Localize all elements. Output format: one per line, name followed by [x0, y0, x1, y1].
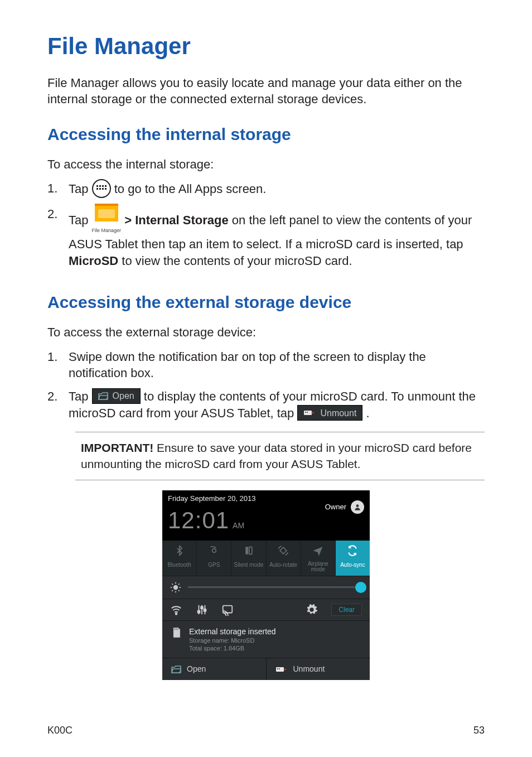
- toggle-label: GPS: [198, 561, 230, 569]
- footer-page-number: 53: [473, 724, 485, 737]
- step-body: Tap Open to display the contents of your…: [69, 388, 485, 422]
- internal-storage-bold: Internal Storage: [135, 213, 228, 227]
- svg-rect-2: [102, 185, 104, 187]
- list-item: 2. Tap Open to display the contents of y…: [47, 388, 485, 422]
- toggle-auto-sync: Auto-sync: [336, 541, 370, 576]
- sliders-icon: [196, 604, 208, 616]
- toggle-label: Auto-rotate: [268, 561, 299, 569]
- svg-rect-4: [96, 188, 98, 190]
- text: Tap: [69, 182, 92, 196]
- svg-rect-0: [96, 185, 98, 187]
- svg-rect-34: [277, 668, 278, 669]
- list-item: 1. Swipe down the notification bar on to…: [47, 349, 485, 382]
- svg-rect-9: [305, 412, 306, 413]
- wifi-icon: [170, 604, 182, 616]
- brightness-icon: [170, 582, 181, 593]
- svg-rect-15: [280, 547, 287, 554]
- page-footer: K00C 53: [47, 724, 485, 737]
- svg-line-22: [178, 590, 180, 591]
- eject-sd-icon: [275, 666, 288, 673]
- svg-rect-3: [105, 185, 107, 187]
- svg-rect-14: [249, 547, 252, 555]
- svg-rect-6: [102, 188, 104, 190]
- section2-heading: Accessing the external storage device: [47, 291, 485, 314]
- notification-sub2: Total space: 1.84GB: [189, 645, 276, 653]
- list-item: 2. Tap File Manager > Internal Storage o…: [47, 206, 485, 269]
- avatar-icon: [351, 500, 364, 514]
- svg-line-23: [172, 590, 173, 591]
- panel-owner-label: Owner: [325, 502, 346, 512]
- notification-sub1: Storage name: MicroSD: [189, 637, 276, 645]
- gear-icon: [306, 604, 318, 616]
- panel-owner: Owner: [325, 500, 364, 514]
- svg-rect-5: [99, 188, 101, 190]
- microsd-bold: MicroSD: [69, 254, 118, 268]
- brightness-slider-row: [162, 576, 370, 599]
- intro-text: File Manager allows you to easily locate…: [47, 75, 485, 108]
- step-number: 2.: [47, 206, 69, 269]
- text: Tap: [69, 389, 92, 403]
- page-title: File Manager: [47, 31, 485, 62]
- svg-rect-1: [99, 185, 101, 187]
- svg-rect-7: [105, 188, 107, 190]
- toggle-silent: Silent mode: [231, 541, 266, 576]
- step-number: 2.: [47, 388, 69, 422]
- toggle-bluetooth: Bluetooth: [162, 541, 197, 576]
- svg-rect-10: [307, 412, 308, 413]
- clear-button: Clear: [331, 604, 362, 616]
- file-manager-app-icon: File Manager: [92, 204, 122, 234]
- folder-icon-label: File Manager: [92, 227, 122, 234]
- section1-heading: Accessing the internal storage: [47, 123, 485, 146]
- section1-steps: 1. Tap to go to the All Apps screen. 2. …: [47, 180, 485, 269]
- all-apps-icon: [92, 179, 111, 198]
- open-button-inline: Open: [92, 388, 141, 404]
- list-item: 1. Tap to go to the All Apps screen.: [47, 180, 485, 199]
- sd-card-icon: [170, 626, 182, 639]
- section2-steps: 1. Swipe down the notification bar on to…: [47, 349, 485, 422]
- action-open-label: Open: [187, 664, 206, 674]
- panel-header: Friday September 20, 2013 12:01 AM Owner: [162, 490, 370, 541]
- step-body: Tap File Manager > Internal Storage on t…: [69, 206, 485, 269]
- toggle-auto-rotate: Auto-rotate: [267, 541, 301, 576]
- toggle-label: Airplanemode: [302, 561, 334, 572]
- svg-rect-31: [204, 609, 206, 611]
- open-button-label: Open: [113, 390, 134, 402]
- notification-item: External storage inserted Storage name: …: [162, 621, 370, 658]
- toggle-label: Bluetooth: [163, 561, 195, 569]
- text: to go to the All Apps screen.: [114, 182, 267, 196]
- text: Tap: [69, 213, 92, 227]
- panel-time-ampm: AM: [233, 520, 244, 531]
- step-body: Swipe down the notification bar on top o…: [69, 349, 485, 382]
- text: .: [366, 406, 369, 420]
- svg-rect-32: [223, 606, 233, 613]
- notification-actions: Open Unmount: [162, 658, 370, 680]
- step-body: Tap to go to the All Apps screen.: [69, 180, 485, 199]
- important-note: IMPORTANT! Ensure to save your data stor…: [75, 432, 485, 480]
- section2-lead: To access the external storage device:: [47, 324, 485, 341]
- toggle-label: Silent mode: [233, 561, 264, 569]
- brightness-slider: [188, 586, 362, 588]
- svg-point-12: [212, 549, 216, 553]
- slider-knob: [355, 582, 366, 593]
- svg-rect-30: [201, 606, 203, 609]
- open-folder-icon: [171, 666, 181, 673]
- text: to view the contents of your microSD car…: [118, 254, 352, 268]
- important-label: IMPORTANT!: [81, 441, 153, 454]
- panel-time-value: 12:01: [168, 505, 229, 537]
- action-open: Open: [162, 658, 266, 680]
- quick-toggles-row: Bluetooth GPS Silent mode Auto-rotate Ai…: [162, 541, 370, 576]
- step-number: 1.: [47, 349, 69, 382]
- section1-lead: To access the internal storage:: [47, 156, 485, 173]
- folder-icon: [95, 204, 118, 221]
- svg-rect-29: [198, 611, 200, 613]
- quick-settings-row: Clear: [162, 599, 370, 621]
- svg-point-11: [356, 504, 359, 507]
- action-unmount: Unmount: [266, 658, 370, 680]
- svg-point-16: [173, 585, 178, 590]
- step-number: 1.: [47, 180, 69, 199]
- svg-line-21: [172, 584, 173, 585]
- svg-point-25: [176, 613, 177, 615]
- svg-rect-13: [245, 547, 248, 555]
- cast-icon: [221, 604, 234, 616]
- toggle-gps: GPS: [197, 541, 231, 576]
